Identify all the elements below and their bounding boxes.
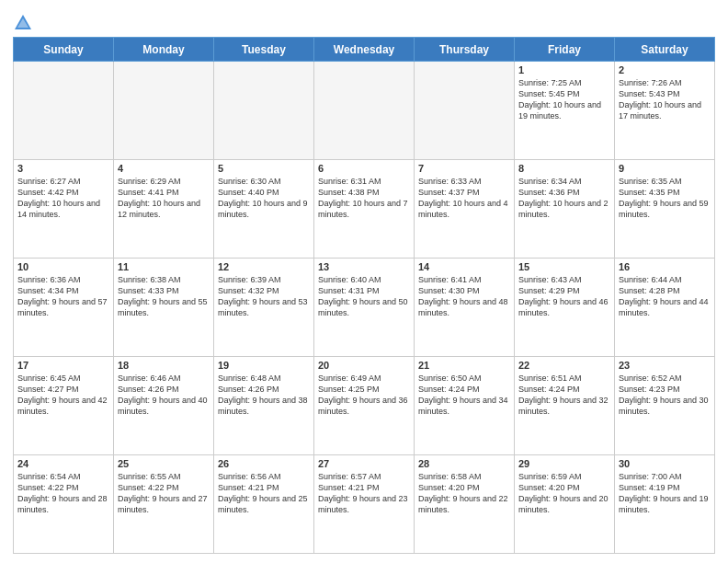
calendar-cell: 9Sunrise: 6:35 AM Sunset: 4:35 PM Daylig… — [615, 160, 715, 259]
calendar-cell: 13Sunrise: 6:40 AM Sunset: 4:31 PM Dayli… — [314, 259, 415, 357]
day-number: 21 — [418, 360, 510, 371]
calendar-cell: 16Sunrise: 6:44 AM Sunset: 4:28 PM Dayli… — [615, 259, 715, 357]
day-info: Sunrise: 6:45 AM Sunset: 4:27 PM Dayligh… — [17, 373, 109, 418]
day-number: 11 — [118, 261, 210, 272]
day-number: 9 — [619, 163, 711, 174]
day-number: 30 — [619, 458, 711, 469]
calendar-cell: 11Sunrise: 6:38 AM Sunset: 4:33 PM Dayli… — [114, 259, 214, 357]
day-number: 2 — [619, 64, 711, 75]
day-number: 4 — [118, 163, 210, 174]
day-number: 3 — [17, 163, 109, 174]
day-number: 22 — [518, 360, 610, 371]
calendar-header-wednesday: Wednesday — [314, 38, 415, 62]
day-number: 20 — [318, 360, 410, 371]
day-number: 13 — [318, 261, 410, 272]
day-number: 12 — [218, 261, 310, 272]
calendar-cell: 29Sunrise: 6:59 AM Sunset: 4:20 PM Dayli… — [515, 455, 615, 554]
calendar-cell: 28Sunrise: 6:58 AM Sunset: 4:20 PM Dayli… — [415, 455, 515, 554]
calendar-cell: 26Sunrise: 6:56 AM Sunset: 4:21 PM Dayli… — [214, 455, 314, 554]
day-info: Sunrise: 6:59 AM Sunset: 4:20 PM Dayligh… — [518, 471, 610, 516]
day-info: Sunrise: 6:29 AM Sunset: 4:41 PM Dayligh… — [118, 176, 210, 221]
calendar-week-0: 1Sunrise: 7:25 AM Sunset: 5:45 PM Daylig… — [14, 62, 715, 160]
day-number: 24 — [17, 458, 109, 469]
day-number: 1 — [518, 64, 610, 75]
calendar-cell: 7Sunrise: 6:33 AM Sunset: 4:37 PM Daylig… — [415, 160, 515, 259]
calendar-cell: 14Sunrise: 6:41 AM Sunset: 4:30 PM Dayli… — [415, 259, 515, 357]
calendar-week-3: 17Sunrise: 6:45 AM Sunset: 4:27 PM Dayli… — [14, 357, 715, 455]
day-number: 8 — [518, 163, 610, 174]
calendar-header-friday: Friday — [515, 38, 615, 62]
day-info: Sunrise: 6:38 AM Sunset: 4:33 PM Dayligh… — [118, 274, 210, 319]
calendar-cell — [114, 62, 214, 160]
day-info: Sunrise: 6:49 AM Sunset: 4:25 PM Dayligh… — [318, 373, 410, 418]
calendar-week-2: 10Sunrise: 6:36 AM Sunset: 4:34 PM Dayli… — [14, 259, 715, 357]
calendar-week-4: 24Sunrise: 6:54 AM Sunset: 4:22 PM Dayli… — [14, 455, 715, 554]
day-info: Sunrise: 6:43 AM Sunset: 4:29 PM Dayligh… — [518, 274, 610, 319]
calendar-header-thursday: Thursday — [415, 38, 515, 62]
day-number: 14 — [418, 261, 510, 272]
calendar-cell: 23Sunrise: 6:52 AM Sunset: 4:23 PM Dayli… — [615, 357, 715, 455]
calendar-header-tuesday: Tuesday — [214, 38, 314, 62]
day-info: Sunrise: 6:41 AM Sunset: 4:30 PM Dayligh… — [418, 274, 510, 319]
calendar-cell: 6Sunrise: 6:31 AM Sunset: 4:38 PM Daylig… — [314, 160, 415, 259]
logo — [13, 13, 37, 33]
day-info: Sunrise: 6:54 AM Sunset: 4:22 PM Dayligh… — [17, 471, 109, 516]
calendar-cell: 12Sunrise: 6:39 AM Sunset: 4:32 PM Dayli… — [214, 259, 314, 357]
calendar-cell — [214, 62, 314, 160]
day-info: Sunrise: 6:44 AM Sunset: 4:28 PM Dayligh… — [619, 274, 711, 319]
page: SundayMondayTuesdayWednesdayThursdayFrid… — [0, 0, 728, 563]
day-info: Sunrise: 6:39 AM Sunset: 4:32 PM Dayligh… — [218, 274, 310, 319]
calendar-cell: 17Sunrise: 6:45 AM Sunset: 4:27 PM Dayli… — [14, 357, 114, 455]
calendar-cell: 4Sunrise: 6:29 AM Sunset: 4:41 PM Daylig… — [114, 160, 214, 259]
day-number: 27 — [318, 458, 410, 469]
calendar-table: SundayMondayTuesdayWednesdayThursdayFrid… — [13, 37, 715, 554]
day-info: Sunrise: 6:50 AM Sunset: 4:24 PM Dayligh… — [418, 373, 510, 418]
logo-icon — [13, 13, 33, 33]
day-info: Sunrise: 6:36 AM Sunset: 4:34 PM Dayligh… — [17, 274, 109, 319]
day-number: 23 — [619, 360, 711, 371]
calendar-cell: 24Sunrise: 6:54 AM Sunset: 4:22 PM Dayli… — [14, 455, 114, 554]
day-number: 7 — [418, 163, 510, 174]
calendar-header-saturday: Saturday — [615, 38, 715, 62]
day-info: Sunrise: 7:25 AM Sunset: 5:45 PM Dayligh… — [518, 77, 610, 122]
calendar-cell — [415, 62, 515, 160]
day-number: 15 — [518, 261, 610, 272]
day-number: 28 — [418, 458, 510, 469]
day-number: 29 — [518, 458, 610, 469]
day-info: Sunrise: 6:58 AM Sunset: 4:20 PM Dayligh… — [418, 471, 510, 516]
calendar-cell: 1Sunrise: 7:25 AM Sunset: 5:45 PM Daylig… — [515, 62, 615, 160]
day-info: Sunrise: 7:00 AM Sunset: 4:19 PM Dayligh… — [619, 471, 711, 516]
calendar-cell: 21Sunrise: 6:50 AM Sunset: 4:24 PM Dayli… — [415, 357, 515, 455]
calendar-header-sunday: Sunday — [14, 38, 114, 62]
day-info: Sunrise: 6:55 AM Sunset: 4:22 PM Dayligh… — [118, 471, 210, 516]
day-number: 17 — [17, 360, 109, 371]
header — [13, 9, 715, 33]
day-number: 10 — [17, 261, 109, 272]
day-number: 19 — [218, 360, 310, 371]
calendar-week-1: 3Sunrise: 6:27 AM Sunset: 4:42 PM Daylig… — [14, 160, 715, 259]
day-number: 26 — [218, 458, 310, 469]
day-number: 25 — [118, 458, 210, 469]
calendar-cell: 30Sunrise: 7:00 AM Sunset: 4:19 PM Dayli… — [615, 455, 715, 554]
day-info: Sunrise: 6:30 AM Sunset: 4:40 PM Dayligh… — [218, 176, 310, 221]
calendar-cell: 20Sunrise: 6:49 AM Sunset: 4:25 PM Dayli… — [314, 357, 415, 455]
day-info: Sunrise: 6:48 AM Sunset: 4:26 PM Dayligh… — [218, 373, 310, 418]
calendar-cell: 15Sunrise: 6:43 AM Sunset: 4:29 PM Dayli… — [515, 259, 615, 357]
day-info: Sunrise: 6:27 AM Sunset: 4:42 PM Dayligh… — [17, 176, 109, 221]
day-number: 16 — [619, 261, 711, 272]
calendar-cell: 8Sunrise: 6:34 AM Sunset: 4:36 PM Daylig… — [515, 160, 615, 259]
calendar-cell: 5Sunrise: 6:30 AM Sunset: 4:40 PM Daylig… — [214, 160, 314, 259]
calendar-cell: 18Sunrise: 6:46 AM Sunset: 4:26 PM Dayli… — [114, 357, 214, 455]
calendar-cell: 22Sunrise: 6:51 AM Sunset: 4:24 PM Dayli… — [515, 357, 615, 455]
calendar-cell: 27Sunrise: 6:57 AM Sunset: 4:21 PM Dayli… — [314, 455, 415, 554]
day-info: Sunrise: 6:52 AM Sunset: 4:23 PM Dayligh… — [619, 373, 711, 418]
day-number: 5 — [218, 163, 310, 174]
day-info: Sunrise: 6:56 AM Sunset: 4:21 PM Dayligh… — [218, 471, 310, 516]
day-info: Sunrise: 6:57 AM Sunset: 4:21 PM Dayligh… — [318, 471, 410, 516]
calendar-cell: 25Sunrise: 6:55 AM Sunset: 4:22 PM Dayli… — [114, 455, 214, 554]
calendar-cell: 2Sunrise: 7:26 AM Sunset: 5:43 PM Daylig… — [615, 62, 715, 160]
calendar-header-monday: Monday — [114, 38, 214, 62]
day-number: 6 — [318, 163, 410, 174]
day-info: Sunrise: 6:34 AM Sunset: 4:36 PM Dayligh… — [518, 176, 610, 221]
calendar-cell: 3Sunrise: 6:27 AM Sunset: 4:42 PM Daylig… — [14, 160, 114, 259]
